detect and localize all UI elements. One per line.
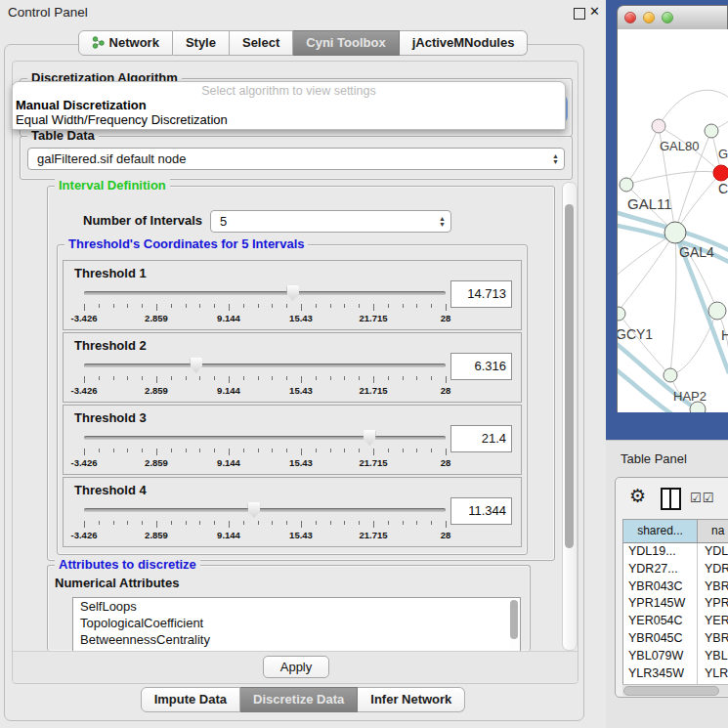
- tick-mark: [258, 304, 259, 308]
- table-data-combobox[interactable]: galFiltered.sif default node ▲▼: [27, 148, 565, 170]
- table-horizontal-scrollbar[interactable]: [622, 684, 728, 696]
- network-edge[interactable]: [675, 173, 721, 233]
- threshold-4-value-field[interactable]: 11.344: [450, 497, 512, 525]
- network-edge[interactable]: [670, 233, 676, 375]
- tick-mark: [330, 304, 331, 308]
- numerical-attributes-list[interactable]: SelfLoopsTopologicalCoefficientBetweenne…: [72, 597, 521, 653]
- cell-name[interactable]: YLR3: [698, 665, 728, 683]
- cell-name[interactable]: YER0: [698, 613, 728, 630]
- network-node[interactable]: [708, 302, 726, 320]
- zoom-traffic-light-icon[interactable]: [662, 12, 673, 23]
- cell-shared-name[interactable]: YBL079W: [623, 648, 698, 665]
- list-item[interactable]: TopologicalCoefficient: [73, 615, 520, 631]
- slider-track[interactable]: [84, 364, 446, 367]
- cell-shared-name[interactable]: YBR045C: [623, 630, 698, 648]
- node-label: GAL11: [627, 195, 672, 212]
- network-node[interactable]: [713, 165, 728, 181]
- network-node[interactable]: [664, 368, 677, 382]
- group-title: Table Data: [27, 128, 99, 143]
- cell-shared-name[interactable]: YER054C: [623, 613, 698, 630]
- threshold-3-slider[interactable]: -3.4262.8599.14415.4321.71528: [84, 427, 446, 472]
- close-icon[interactable]: ✕: [589, 4, 600, 19]
- tab-discretize-data[interactable]: Discretize Data: [240, 687, 358, 712]
- slider-thumb[interactable]: [286, 285, 299, 301]
- table-row[interactable]: YPR145WYPR1: [623, 595, 728, 613]
- network-node[interactable]: [618, 307, 625, 321]
- checkboxes-icon[interactable]: ☑☑: [690, 491, 714, 505]
- table-row[interactable]: YBR043CYBR0: [623, 578, 728, 596]
- close-traffic-light-icon[interactable]: [624, 12, 636, 23]
- slider-thumb[interactable]: [247, 502, 260, 518]
- tab-network[interactable]: Network: [78, 30, 173, 56]
- node-table[interactable]: shared... na YDL19...YDL1YDR27...YDR2YBR…: [622, 519, 728, 685]
- threshold-2-value-field[interactable]: 6.316: [450, 353, 512, 380]
- tick-label: 28: [441, 530, 451, 540]
- list-scrollbar[interactable]: [509, 600, 519, 650]
- tick-mark: [373, 521, 374, 528]
- apply-button[interactable]: Apply: [263, 656, 329, 678]
- slider-track[interactable]: [84, 508, 446, 512]
- cell-name[interactable]: YBL0: [698, 648, 728, 665]
- cell-shared-name[interactable]: YDR27...: [623, 561, 698, 578]
- list-item[interactable]: BetweennessCentrality: [73, 631, 520, 648]
- slider-track[interactable]: [84, 291, 446, 295]
- network-node[interactable]: [705, 124, 718, 138]
- cell-name[interactable]: YBR0: [698, 578, 728, 596]
- network-node[interactable]: [664, 222, 686, 243]
- group-title: Interval Definition: [55, 178, 170, 193]
- network-edge[interactable]: [659, 90, 728, 126]
- scrollbar-thumb[interactable]: [565, 204, 574, 548]
- tick-label: 2.859: [145, 530, 168, 540]
- network-canvas[interactable]: GAL80GACGAL11GAL4GCY1HHAP2: [618, 29, 728, 412]
- tick-mark: [403, 449, 404, 452]
- dropdown-option-equal-width-frequency[interactable]: Equal Width/Frequency Discretization: [16, 112, 228, 127]
- table-row[interactable]: YBR045CYBR0: [623, 630, 728, 648]
- cell-name[interactable]: YDL1: [698, 543, 728, 561]
- table-row[interactable]: YER054CYER0: [623, 613, 728, 630]
- number-of-intervals-combobox[interactable]: 5 ▲▼: [210, 210, 451, 233]
- list-item[interactable]: SelfLoops: [73, 598, 520, 615]
- tick-mark: [156, 376, 157, 383]
- cell-name[interactable]: YDR2: [698, 561, 728, 578]
- dropdown-option-manual-discretization[interactable]: Manual Discretization: [16, 98, 147, 112]
- network-edge[interactable]: [626, 126, 659, 185]
- tab-jactivemnodules[interactable]: jActiveMNodules: [400, 30, 529, 56]
- network-edge[interactable]: [618, 233, 675, 318]
- scrollbar-thumb[interactable]: [623, 686, 719, 696]
- table-row[interactable]: YDL19...YDL1: [623, 543, 728, 561]
- slider-track[interactable]: [84, 436, 446, 440]
- settings-scrollbar[interactable]: [562, 182, 578, 651]
- tab-style[interactable]: Style: [173, 30, 230, 56]
- scrollbar-thumb[interactable]: [510, 600, 518, 639]
- cell-name[interactable]: YPR1: [698, 595, 728, 613]
- table-row[interactable]: YLR345WYLR3: [623, 665, 728, 683]
- minimize-traffic-light-icon[interactable]: [643, 12, 655, 23]
- network-edge[interactable]: [626, 171, 721, 185]
- threshold-4-slider[interactable]: -3.4262.8599.14415.4321.71528: [84, 499, 446, 544]
- float-window-icon[interactable]: [574, 8, 585, 20]
- cell-shared-name[interactable]: YDL19...: [623, 543, 698, 561]
- tab-cyni-toolbox[interactable]: Cyni Toolbox: [293, 30, 399, 56]
- threshold-3-value-field[interactable]: 21.4: [450, 425, 512, 452]
- network-node[interactable]: [652, 119, 665, 133]
- table-row[interactable]: YDR27...YDR2: [623, 561, 728, 578]
- tab-select[interactable]: Select: [230, 30, 293, 56]
- gear-icon[interactable]: ⚙: [629, 485, 646, 507]
- column-header-shared[interactable]: shared...: [623, 520, 698, 542]
- slider-thumb[interactable]: [364, 430, 376, 446]
- cell-shared-name[interactable]: YBR043C: [623, 578, 698, 596]
- cell-shared-name[interactable]: YLR345W: [623, 665, 698, 683]
- network-node[interactable]: [620, 178, 633, 192]
- threshold-1-value-field[interactable]: 14.713: [450, 280, 512, 308]
- cell-shared-name[interactable]: YPR145W: [623, 595, 698, 613]
- threshold-1-slider[interactable]: -3.4262.8599.14415.4321.71528: [84, 282, 446, 327]
- columns-icon[interactable]: [661, 488, 681, 510]
- column-header-name[interactable]: na: [698, 520, 728, 542]
- tab-impute-data[interactable]: Impute Data: [141, 687, 240, 712]
- table-row[interactable]: YBL079WYBL0: [623, 648, 728, 665]
- threshold-2-slider[interactable]: -3.4262.8599.14415.4321.71528: [84, 355, 446, 400]
- tab-infer-network[interactable]: Infer Network: [358, 687, 465, 712]
- cell-name[interactable]: YBR0: [698, 630, 728, 648]
- tick-mark: [286, 376, 287, 380]
- slider-thumb[interactable]: [190, 358, 202, 373]
